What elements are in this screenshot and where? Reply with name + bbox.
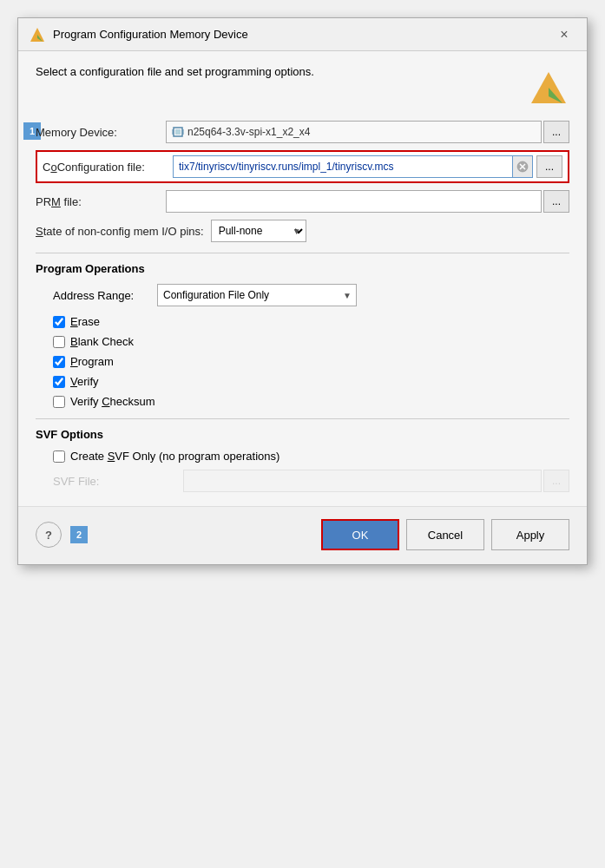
svf-file-input-group: ...: [183, 470, 569, 492]
divider-2: [36, 418, 569, 419]
program-row: Program: [53, 355, 569, 368]
dialog-content: Select a configuration file and set prog…: [18, 51, 587, 506]
verify-checksum-checkbox[interactable]: [53, 396, 65, 408]
blank-check-label[interactable]: Blank Check: [70, 335, 134, 348]
ok-button[interactable]: OK: [321, 519, 399, 550]
chip-icon: [172, 126, 184, 138]
svf-file-browse-button: ...: [543, 470, 569, 492]
apply-button[interactable]: Apply: [491, 519, 569, 550]
config-file-label: CoConfiguration file:: [43, 161, 173, 174]
cancel-button[interactable]: Cancel: [406, 519, 484, 550]
help-button[interactable]: ?: [36, 522, 62, 548]
clear-icon: [516, 161, 529, 173]
prm-file-input-group: ...: [166, 190, 569, 213]
config-file-browse-button[interactable]: ...: [536, 155, 562, 178]
close-button[interactable]: ×: [552, 23, 576, 47]
memory-device-value: n25q64-3.3v-spi-x1_x2_x4: [187, 126, 310, 138]
config-file-row: CoConfiguration file: ...: [43, 155, 562, 178]
memory-device-section: 1 Memory Device:: [36, 121, 569, 143]
verify-row: Verify: [53, 375, 569, 388]
memory-device-label: Memory Device:: [36, 126, 166, 139]
config-file-input[interactable]: [173, 155, 533, 178]
memory-device-browse-button[interactable]: ...: [543, 121, 569, 143]
blank-check-checkbox[interactable]: [53, 336, 65, 348]
blank-check-row: Blank Check: [53, 335, 569, 348]
address-range-row: Address Range: Configuration File Only E…: [53, 284, 569, 306]
config-file-section: CoConfiguration file: ...: [36, 150, 569, 183]
state-row: State of non-config mem I/O pins: Pull-n…: [36, 220, 569, 242]
step2-badge: 2: [70, 526, 88, 543]
svf-file-label: SVF File:: [53, 475, 183, 488]
titlebar-left: Program Configuration Memory Device: [29, 26, 248, 43]
svf-file-input: [183, 470, 542, 492]
header-section: Select a configuration file and set prog…: [36, 65, 569, 107]
header-text: Select a configuration file and set prog…: [36, 65, 314, 78]
svf-file-row: SVF File: ...: [36, 470, 569, 492]
bottom-right: OK Cancel Apply: [321, 519, 569, 550]
erase-label[interactable]: Erase: [70, 315, 100, 328]
state-select[interactable]: Pull-none Pull-up Pull-down: [211, 220, 306, 242]
button-row: ? 2 OK Cancel Apply: [18, 506, 587, 564]
program-ops-title: Program Operations: [36, 262, 569, 275]
config-file-input-group: [173, 155, 533, 178]
divider-1: [36, 253, 569, 253]
verify-checksum-label[interactable]: Verify Checksum: [70, 395, 155, 408]
config-file-clear-button[interactable]: [512, 155, 533, 178]
memory-device-row: Memory Device:: [36, 121, 569, 143]
address-range-select[interactable]: Configuration File Only Entire Configura…: [157, 284, 357, 306]
program-checkbox[interactable]: [53, 356, 65, 368]
state-label: State of non-config mem I/O pins:: [36, 225, 211, 238]
dialog-window: Program Configuration Memory Device × Se…: [17, 17, 588, 565]
create-svf-label[interactable]: Create SVF Only (no program operations): [70, 450, 279, 463]
program-ops-content: Address Range: Configuration File Only E…: [36, 284, 569, 408]
prm-file-row: PRM file: ...: [36, 190, 569, 213]
address-range-select-wrapper: Configuration File Only Entire Configura…: [157, 284, 357, 306]
titlebar: Program Configuration Memory Device ×: [18, 18, 587, 51]
verify-label[interactable]: Verify: [70, 375, 99, 388]
create-svf-checkbox[interactable]: [53, 450, 65, 463]
config-file-label-text: Configuration file:: [57, 161, 145, 174]
bottom-left: ? 2: [36, 522, 95, 548]
app-icon: [29, 26, 46, 43]
erase-checkbox[interactable]: [53, 316, 65, 328]
address-range-label: Address Range:: [53, 289, 157, 302]
svg-rect-5: [175, 129, 181, 135]
svf-options-title: SVF Options: [36, 428, 569, 441]
dialog-title: Program Configuration Memory Device: [53, 28, 248, 41]
program-label[interactable]: Program: [70, 355, 114, 368]
memory-device-input-group: n25q64-3.3v-spi-x1_x2_x4 ...: [166, 121, 569, 143]
create-svf-row: Create SVF Only (no program operations): [36, 450, 569, 463]
verify-checksum-row: Verify Checksum: [53, 395, 569, 408]
verify-checkbox[interactable]: [53, 376, 65, 388]
prm-file-input[interactable]: [166, 190, 542, 213]
vivado-logo: [528, 65, 569, 107]
prm-file-label: PRM file:: [36, 195, 166, 208]
prm-file-browse-button[interactable]: ...: [543, 190, 569, 213]
state-select-wrapper: Pull-none Pull-up Pull-down: [211, 220, 306, 242]
svf-section: SVF Options Create SVF Only (no program …: [36, 428, 569, 492]
erase-row: Erase: [53, 315, 569, 328]
